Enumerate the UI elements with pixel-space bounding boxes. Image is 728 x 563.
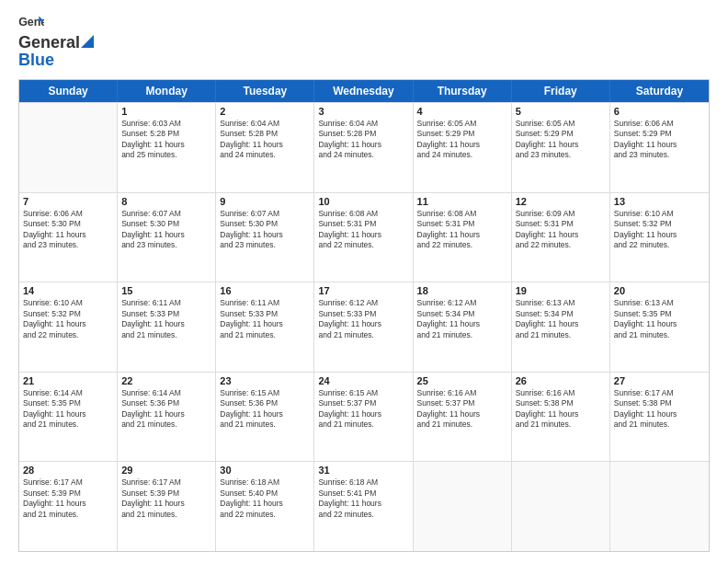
day-info: Sunrise: 6:17 AM Sunset: 5:38 PM Dayligh… — [614, 388, 705, 431]
day-number: 27 — [614, 375, 705, 386]
day-info: Sunrise: 6:14 AM Sunset: 5:36 PM Dayligh… — [121, 388, 211, 431]
day-number: 4 — [417, 106, 507, 117]
day-info: Sunrise: 6:17 AM Sunset: 5:39 PM Dayligh… — [23, 477, 113, 520]
day-number: 5 — [516, 106, 606, 117]
day-number: 17 — [318, 285, 408, 296]
day-info: Sunrise: 6:10 AM Sunset: 5:32 PM Dayligh… — [614, 209, 705, 251]
day-cell-8: 8Sunrise: 6:07 AM Sunset: 5:30 PM Daylig… — [118, 193, 216, 282]
empty-cell — [19, 103, 118, 192]
day-cell-4: 4Sunrise: 6:05 AM Sunset: 5:29 PM Daylig… — [414, 103, 512, 192]
day-number: 29 — [121, 465, 211, 476]
day-info: Sunrise: 6:04 AM Sunset: 5:28 PM Dayligh… — [318, 119, 408, 161]
day-cell-11: 11Sunrise: 6:08 AM Sunset: 5:31 PM Dayli… — [414, 193, 512, 282]
day-number: 31 — [318, 465, 408, 476]
day-cell-10: 10Sunrise: 6:08 AM Sunset: 5:31 PM Dayli… — [314, 193, 413, 282]
header-day-tuesday: Tuesday — [216, 80, 314, 102]
day-info: Sunrise: 6:16 AM Sunset: 5:38 PM Dayligh… — [516, 388, 606, 431]
day-number: 9 — [220, 196, 310, 207]
logo-general: General — [18, 33, 80, 52]
day-number: 2 — [220, 106, 310, 117]
day-cell-25: 25Sunrise: 6:16 AM Sunset: 5:37 PM Dayli… — [414, 373, 512, 462]
day-cell-21: 21Sunrise: 6:14 AM Sunset: 5:35 PM Dayli… — [19, 373, 118, 462]
day-cell-16: 16Sunrise: 6:11 AM Sunset: 5:33 PM Dayli… — [216, 282, 314, 372]
week-row-1: 1Sunrise: 6:03 AM Sunset: 5:28 PM Daylig… — [19, 102, 709, 192]
day-cell-24: 24Sunrise: 6:15 AM Sunset: 5:37 PM Dayli… — [314, 373, 413, 462]
day-info: Sunrise: 6:07 AM Sunset: 5:30 PM Dayligh… — [121, 209, 211, 251]
day-info: Sunrise: 6:12 AM Sunset: 5:33 PM Dayligh… — [318, 298, 408, 340]
day-number: 20 — [614, 285, 705, 296]
week-row-4: 21Sunrise: 6:14 AM Sunset: 5:35 PM Dayli… — [19, 372, 709, 462]
day-info: Sunrise: 6:12 AM Sunset: 5:34 PM Dayligh… — [417, 298, 507, 340]
week-row-3: 14Sunrise: 6:10 AM Sunset: 5:32 PM Dayli… — [19, 282, 709, 372]
day-cell-19: 19Sunrise: 6:13 AM Sunset: 5:34 PM Dayli… — [512, 282, 610, 372]
page: General General Blue SundayMondayTuesday… — [0, 0, 728, 563]
empty-cell — [512, 462, 610, 551]
day-number: 23 — [220, 375, 310, 386]
day-number: 30 — [220, 465, 310, 476]
week-row-2: 7Sunrise: 6:06 AM Sunset: 5:30 PM Daylig… — [19, 192, 709, 282]
day-cell-7: 7Sunrise: 6:06 AM Sunset: 5:30 PM Daylig… — [19, 193, 118, 282]
day-info: Sunrise: 6:08 AM Sunset: 5:31 PM Dayligh… — [417, 209, 507, 251]
day-info: Sunrise: 6:08 AM Sunset: 5:31 PM Dayligh… — [318, 209, 408, 251]
day-info: Sunrise: 6:14 AM Sunset: 5:35 PM Dayligh… — [23, 388, 113, 431]
header-day-saturday: Saturday — [610, 80, 709, 102]
header-day-wednesday: Wednesday — [314, 80, 413, 102]
calendar-header: SundayMondayTuesdayWednesdayThursdayFrid… — [19, 80, 709, 102]
day-cell-28: 28Sunrise: 6:17 AM Sunset: 5:39 PM Dayli… — [19, 462, 118, 551]
day-number: 18 — [417, 285, 507, 296]
day-number: 25 — [417, 375, 507, 386]
day-info: Sunrise: 6:13 AM Sunset: 5:35 PM Dayligh… — [614, 298, 705, 340]
day-info: Sunrise: 6:16 AM Sunset: 5:37 PM Dayligh… — [417, 388, 507, 431]
day-number: 16 — [220, 285, 310, 296]
day-cell-13: 13Sunrise: 6:10 AM Sunset: 5:32 PM Dayli… — [610, 193, 709, 282]
day-cell-30: 30Sunrise: 6:18 AM Sunset: 5:40 PM Dayli… — [216, 462, 314, 551]
day-info: Sunrise: 6:06 AM Sunset: 5:29 PM Dayligh… — [614, 119, 705, 161]
day-cell-27: 27Sunrise: 6:17 AM Sunset: 5:38 PM Dayli… — [610, 373, 709, 462]
day-cell-6: 6Sunrise: 6:06 AM Sunset: 5:29 PM Daylig… — [610, 103, 709, 192]
day-cell-9: 9Sunrise: 6:07 AM Sunset: 5:30 PM Daylig… — [216, 193, 314, 282]
day-cell-26: 26Sunrise: 6:16 AM Sunset: 5:38 PM Dayli… — [512, 373, 610, 462]
day-info: Sunrise: 6:11 AM Sunset: 5:33 PM Dayligh… — [220, 298, 310, 340]
week-row-5: 28Sunrise: 6:17 AM Sunset: 5:39 PM Dayli… — [19, 461, 709, 551]
day-cell-5: 5Sunrise: 6:05 AM Sunset: 5:29 PM Daylig… — [512, 103, 610, 192]
day-info: Sunrise: 6:07 AM Sunset: 5:30 PM Dayligh… — [220, 209, 310, 251]
day-number: 1 — [121, 106, 211, 117]
empty-cell — [610, 462, 709, 551]
day-cell-22: 22Sunrise: 6:14 AM Sunset: 5:36 PM Dayli… — [118, 373, 216, 462]
day-info: Sunrise: 6:05 AM Sunset: 5:29 PM Dayligh… — [417, 119, 507, 161]
header-day-friday: Friday — [512, 80, 610, 102]
day-cell-15: 15Sunrise: 6:11 AM Sunset: 5:33 PM Dayli… — [118, 282, 216, 372]
day-number: 28 — [23, 465, 113, 476]
day-info: Sunrise: 6:06 AM Sunset: 5:30 PM Dayligh… — [23, 209, 113, 251]
header: General General Blue — [18, 15, 710, 70]
day-cell-14: 14Sunrise: 6:10 AM Sunset: 5:32 PM Dayli… — [19, 282, 118, 372]
day-number: 21 — [23, 375, 113, 386]
day-number: 6 — [614, 106, 705, 117]
day-cell-29: 29Sunrise: 6:17 AM Sunset: 5:39 PM Dayli… — [118, 462, 216, 551]
day-info: Sunrise: 6:15 AM Sunset: 5:36 PM Dayligh… — [220, 388, 310, 431]
day-number: 10 — [318, 196, 408, 207]
logo-triangle — [81, 35, 94, 48]
day-cell-23: 23Sunrise: 6:15 AM Sunset: 5:36 PM Dayli… — [216, 373, 314, 462]
day-number: 8 — [121, 196, 211, 207]
day-cell-3: 3Sunrise: 6:04 AM Sunset: 5:28 PM Daylig… — [314, 103, 413, 192]
day-info: Sunrise: 6:10 AM Sunset: 5:32 PM Dayligh… — [23, 298, 113, 340]
day-number: 7 — [23, 196, 113, 207]
day-cell-12: 12Sunrise: 6:09 AM Sunset: 5:31 PM Dayli… — [512, 193, 610, 282]
day-number: 3 — [318, 106, 408, 117]
day-info: Sunrise: 6:09 AM Sunset: 5:31 PM Dayligh… — [516, 209, 606, 251]
svg-marker-2 — [81, 35, 94, 48]
day-info: Sunrise: 6:04 AM Sunset: 5:28 PM Dayligh… — [220, 119, 310, 161]
day-cell-20: 20Sunrise: 6:13 AM Sunset: 5:35 PM Dayli… — [610, 282, 709, 372]
header-day-sunday: Sunday — [19, 80, 118, 102]
day-info: Sunrise: 6:11 AM Sunset: 5:33 PM Dayligh… — [121, 298, 211, 340]
day-number: 24 — [318, 375, 408, 386]
logo-blue: Blue — [18, 51, 54, 70]
day-cell-31: 31Sunrise: 6:18 AM Sunset: 5:41 PM Dayli… — [314, 462, 413, 551]
day-info: Sunrise: 6:18 AM Sunset: 5:41 PM Dayligh… — [318, 477, 408, 520]
day-number: 22 — [121, 375, 211, 386]
day-info: Sunrise: 6:18 AM Sunset: 5:40 PM Dayligh… — [220, 477, 310, 520]
day-number: 13 — [614, 196, 705, 207]
logo-icon: General — [18, 15, 44, 31]
empty-cell — [414, 462, 512, 551]
